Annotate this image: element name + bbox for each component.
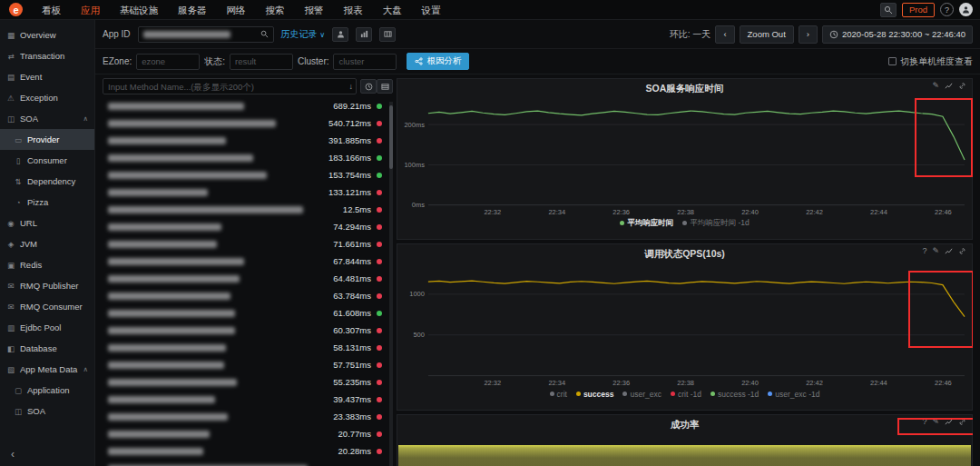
link-icon[interactable] (957, 247, 967, 255)
method-list-item[interactable]: 55.235ms (103, 373, 393, 391)
method-list-item[interactable]: 183.166ms (103, 149, 393, 166)
list-icon-button[interactable] (377, 79, 393, 94)
clock-icon-button[interactable] (360, 79, 377, 94)
sidebar-item-overview[interactable]: ▦Overview (0, 25, 94, 45)
method-list-item[interactable]: 20.77ms (103, 425, 393, 442)
env-button[interactable]: Prod (902, 3, 935, 17)
sidebar-item-database[interactable]: ◧Database (0, 338, 94, 359)
nav-item-应用[interactable]: 应用 (71, 0, 110, 20)
chart-icon[interactable] (944, 82, 954, 90)
nav-item-搜索[interactable]: 搜索 (256, 0, 295, 20)
method-list-item[interactable]: 12.5ms (103, 201, 393, 218)
sidebar-item-event[interactable]: ▤Event (0, 66, 94, 87)
chart-icon-button[interactable] (356, 27, 372, 42)
legend-item[interactable]: 平均响应时间 (620, 218, 673, 229)
root-cause-button[interactable]: 根因分析 (407, 53, 469, 70)
columns-icon-button[interactable] (379, 27, 396, 42)
question-icon[interactable]: ? (921, 246, 927, 255)
sidebar-item-dependency[interactable]: ⇅Dependency (0, 171, 94, 192)
legend-item[interactable]: user_exc (622, 390, 662, 399)
edit-icon[interactable]: ✎ (931, 81, 940, 90)
app-id-input[interactable] (138, 26, 274, 43)
legend-item[interactable]: crit -1d (671, 390, 701, 399)
link-icon[interactable] (957, 418, 967, 426)
method-list-item[interactable]: 689.21ms (103, 97, 393, 114)
download-icon[interactable]: ↓ (349, 82, 354, 91)
question-icon[interactable]: ? (921, 417, 927, 426)
nav-item-服务器[interactable]: 服务器 (168, 0, 217, 20)
nav-item-看板[interactable]: 看板 (32, 0, 71, 20)
method-list-item[interactable]: 63.784ms (103, 287, 393, 304)
response-time-chart[interactable]: 0ms100ms200ms22:3222:3422:3622:3822:4022… (397, 97, 972, 217)
method-list-item[interactable]: 20.28ms (103, 442, 393, 460)
sidebar-item-exception[interactable]: ⚠Exception (0, 87, 94, 108)
sidebar-item-consumer[interactable]: ▯Consumer (0, 150, 94, 171)
sidebar-item-transaction[interactable]: ⇄Transaction (0, 45, 94, 66)
ezone-input[interactable] (136, 54, 200, 70)
single-machine-checkbox[interactable] (888, 57, 897, 65)
search-button[interactable] (880, 3, 897, 17)
help-icon[interactable]: ? (940, 3, 954, 16)
scrollbar[interactable] (389, 102, 393, 466)
method-list-item[interactable]: 540.712ms (103, 114, 393, 132)
method-list-item[interactable]: 74.294ms (103, 218, 393, 235)
chart-icon[interactable] (944, 247, 954, 255)
cluster-input[interactable] (333, 54, 397, 70)
app-logo[interactable]: e (9, 3, 23, 16)
scrollbar-thumb[interactable] (389, 105, 393, 169)
sidebar-item-app-meta-data[interactable]: ▧App Meta Data∧ (0, 359, 94, 380)
success-rate-area[interactable] (398, 445, 971, 466)
sidebar-item-soa[interactable]: ◫SOA∧ (0, 108, 94, 129)
nav-item-网络[interactable]: 网络 (217, 0, 256, 20)
method-list-item[interactable]: 60.307ms (103, 322, 393, 339)
sidebar-item-rmq-consumer[interactable]: ✉RMQ Consumer (0, 296, 94, 317)
method-list-item[interactable]: 64.481ms (103, 270, 393, 287)
zoom-out-button[interactable]: Zoom Out (740, 25, 794, 44)
status-input[interactable] (230, 54, 293, 70)
legend-item[interactable]: crit (550, 390, 567, 399)
nav-item-基础设施[interactable]: 基础设施 (110, 0, 168, 20)
legend-item[interactable]: user_exc -1d (768, 390, 819, 399)
sidebar-item-application[interactable]: ▢Application (0, 380, 94, 401)
legend-item[interactable]: 平均响应时间 -1d (682, 218, 750, 229)
sidebar-item-rmq-publisher[interactable]: ✉RMQ Publisher (0, 275, 94, 296)
sidebar-item-url[interactable]: ◉URL (0, 213, 94, 233)
method-list-item[interactable]: 58.131ms (103, 339, 393, 356)
method-search-input[interactable] (103, 78, 357, 94)
method-list-item[interactable]: 67.844ms (103, 253, 393, 270)
nav-item-报警[interactable]: 报警 (295, 0, 334, 20)
nav-item-设置[interactable]: 设置 (412, 0, 451, 20)
latency-value: 20.28ms (338, 446, 371, 456)
nav-item-大盘[interactable]: 大盘 (373, 0, 412, 20)
history-dropdown[interactable]: 历史记录 ∨ (281, 28, 326, 41)
method-list-item[interactable]: 71.661ms (103, 235, 393, 253)
method-list-item[interactable]: 61.608ms (103, 304, 393, 322)
sidebar-collapse-button[interactable]: ‹ (11, 448, 15, 461)
nav-item-报表[interactable]: 报表 (334, 0, 373, 20)
legend-item[interactable]: success (576, 390, 614, 399)
link-icon[interactable] (957, 82, 967, 90)
method-list-item[interactable]: 391.885ms (103, 132, 393, 149)
method-list-item[interactable]: 15.64ms (103, 460, 393, 466)
user-avatar[interactable] (959, 3, 973, 16)
edit-icon[interactable]: ✎ (931, 417, 940, 426)
edit-icon[interactable]: ✎ (931, 246, 940, 255)
method-list-item[interactable]: 23.383ms (103, 408, 393, 425)
sidebar-item-ejdbc-pool[interactable]: ▥Ejdbc Pool (0, 317, 94, 338)
sidebar-item-soa[interactable]: ◫SOA (0, 401, 94, 421)
user-icon-button[interactable] (332, 27, 348, 42)
qps-chart[interactable]: 500100022:3222:3422:3622:3822:4022:4222:… (397, 263, 972, 388)
sidebar-item-jvm[interactable]: ◈JVM (0, 233, 94, 254)
method-list-item[interactable]: 57.751ms (103, 356, 393, 373)
time-prev-button[interactable]: ‹ (715, 25, 734, 44)
time-next-button[interactable]: › (799, 25, 818, 44)
legend-item[interactable]: success -1d (710, 390, 759, 399)
sidebar-item-provider[interactable]: ▭Provider (0, 129, 94, 150)
sidebar-item-pizza[interactable]: ◔Pizza (0, 192, 94, 213)
method-list-item[interactable]: 39.437ms (103, 391, 393, 408)
sidebar-item-redis[interactable]: ▣Redis (0, 254, 94, 275)
method-list-item[interactable]: 133.121ms (103, 183, 393, 201)
chart-icon[interactable] (944, 418, 954, 426)
method-list-item[interactable]: 153.754ms (103, 166, 393, 183)
time-range-picker[interactable]: 2020-05-28 22:30:00 ~ 22:46:40 (822, 25, 973, 44)
